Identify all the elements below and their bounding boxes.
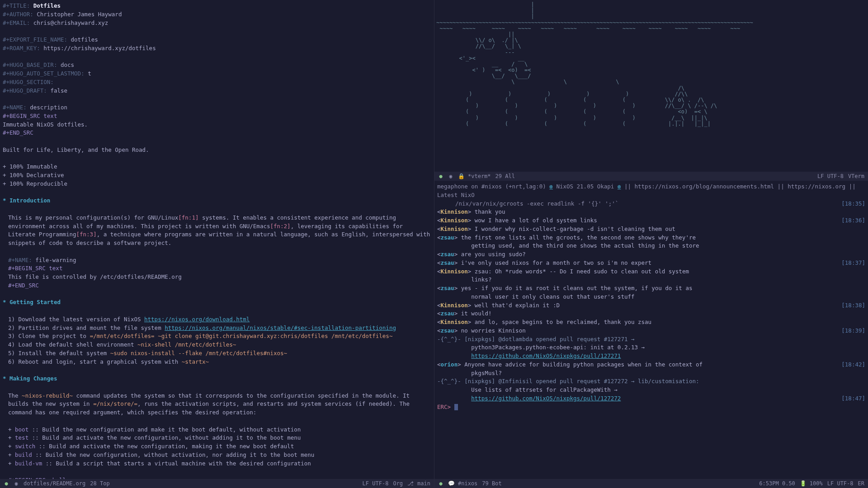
erc-line: getting used, and the third one shows th… [437, 242, 865, 250]
bullet: + 100% Declarative [3, 171, 431, 180]
vterm-buffer[interactable]: | | | ~~~~~~~~~~~~~~~~~~~~~~~~~~~~~~~~~~… [434, 0, 868, 181]
heading-introduction[interactable]: * Introduction [3, 197, 431, 205]
erc-prompt[interactable]: ERC> [437, 403, 865, 412]
erc-line: <Kinnison> zsau: Oh *rude words* -- Do I… [437, 267, 865, 276]
erc-line: https://github.com/NixOS/nixpkgs/pull/12… [437, 352, 865, 361]
branch-icon: ⎇ [407, 479, 413, 488]
end-src: #+END_SRC [3, 129, 431, 137]
dot-icon: ● [438, 479, 443, 488]
modeline-pos: 29 All [495, 172, 515, 180]
modeline-enc: LF UTF-8 [363, 479, 389, 488]
modeline-name: *vterm* [468, 172, 491, 180]
modeline-pos: 79 Bot [482, 479, 501, 488]
modeline-erc[interactable]: ● 💬 #nixos 79 Bot 6:53PM 0.50 🔋 100% LF … [434, 479, 868, 488]
modeline-enc: LF UTF-8 [827, 479, 854, 488]
begin-src-text: #+BEGIN_SRC text [3, 112, 431, 121]
erc-line: links? [437, 276, 865, 284]
org-title: Dotfiles [33, 2, 61, 9]
bullet: + 100% Reproducible [3, 180, 431, 188]
footnote-2[interactable]: [fn:2] [270, 223, 290, 230]
erc-line: normal user it only cleans out that user… [437, 293, 865, 301]
modeline-battery: 100% [810, 479, 823, 488]
erc-topic: megaphone on #nixos (+nrt,lag:0) ❆ NixOS… [437, 183, 865, 200]
erc-buffer[interactable]: megaphone on #nixos (+nrt,lag:0) ❆ NixOS… [434, 181, 868, 488]
heading-getting-started[interactable]: * Getting Started [3, 298, 431, 307]
vcs-icon: ◉ [14, 479, 19, 488]
modeline-channel: #nixos [458, 479, 477, 488]
modeline-clock: 6:53PM 0.50 [759, 479, 795, 488]
heading-making-changes[interactable]: * Making Changes [3, 375, 431, 383]
battery-icon: 🔋 [800, 479, 805, 488]
erc-line: [18:39]<zsau> no worries Kinnison [437, 327, 865, 335]
modeline-pos: 28 Top [90, 479, 109, 488]
erc-line: <zsau> the first one lists all the gcroo… [437, 234, 865, 242]
erc-line: [18:42]<orion> Anyone have advice for bu… [437, 361, 865, 369]
erc-line: Use lists of attrsets for callPackageWit… [437, 386, 865, 394]
chat-icon: 💬 [448, 479, 453, 488]
erc-line: <zsau> yes - if you do it as root it cle… [437, 284, 865, 293]
modeline-mode: Org [393, 479, 403, 488]
modeline-vterm[interactable]: ● ◉ 🔒 *vterm* 29 All LF UTF-8 VTerm [434, 172, 868, 181]
footnote-1[interactable]: [fn:1] [178, 214, 198, 221]
org-kw-author: #+AUTHOR: [3, 11, 33, 18]
modeline-mode: ER [858, 479, 864, 488]
org-kw-email: #+EMAIL: [3, 19, 30, 26]
erc-line: pkgsMusl? [437, 369, 865, 378]
getting-started-list: 1) Download the latest version of NixOS … [3, 315, 431, 366]
org-buffer[interactable]: #+TITLE: Dotfiles #+AUTHOR: Christopher … [0, 0, 434, 488]
org-author: Christopher James Hayward [37, 11, 122, 18]
modeline-org[interactable]: ● ◉ dotfiles/README.org 28 Top LF UTF-8 … [0, 479, 434, 488]
erc-line: <zsau> are you using sudo? [437, 250, 865, 259]
footnote-3[interactable]: [fn:3] [76, 231, 97, 238]
modeline-file: dotfiles/README.org [24, 479, 85, 488]
erc-line: -{^_^}- [nixpkgs] @dotlambda opened pull… [437, 335, 865, 344]
erc-line: -{^_^}- [nixpkgs] @Infinisil opened pull… [437, 377, 865, 386]
link-nixos-download[interactable]: https://nixos.org/download.html [144, 316, 250, 323]
desc-body: Immutable NixOS dotfiles. [3, 121, 431, 129]
erc-line: [18:36]<Kinnison> wow I have a lot of ol… [437, 216, 865, 225]
modeline-mode: VTerm [848, 172, 864, 180]
erc-line: <Kinnison> and lo, space begins to be re… [437, 318, 865, 327]
erc-line: <zsau> it would! [437, 310, 865, 318]
erc-line: <Kinnison> I wonder why nix-collect-garb… [437, 225, 865, 234]
erc-line: <Kinnison> thank you [437, 208, 865, 216]
modeline-branch: main [417, 479, 430, 488]
bullet: + 100% Immutable [3, 163, 431, 171]
link-nixos-partition[interactable]: https://nixos.org/manual/nixos/stable/#s… [165, 324, 396, 331]
erc-line: [18:47] https://github.com/NixOS/nixpkgs… [437, 394, 865, 403]
circle-icon: ◉ [448, 172, 453, 180]
dot-icon: ● [438, 172, 443, 180]
erc-link[interactable]: https://github.com/NixOS/nixpkgs/pull/12… [471, 352, 621, 359]
org-email: chris@chrishayward.xyz [33, 19, 108, 26]
dot-icon: ● [4, 479, 9, 488]
erc-line: python3Packages.python-ecobee-api: init … [437, 343, 865, 352]
erc-line: [18:38]<Kinnison> well that'd explain it… [437, 301, 865, 310]
org-kw-title: #+TITLE: [3, 2, 30, 9]
modeline-enc: LF UTF-8 [817, 172, 844, 180]
cursor [454, 404, 458, 410]
erc-line: [18:37]<zsau> i've only used nixos for a… [437, 259, 865, 267]
ascii-art: | | | ~~~~~~~~~~~~~~~~~~~~~~~~~~~~~~~~~~… [436, 2, 866, 127]
erc-link[interactable]: https://github.com/NixOS/nixpkgs/pull/12… [471, 395, 621, 402]
tagline: Built for Life, Liberty, and the Open Ro… [3, 146, 431, 155]
lock-icon: 🔒 [458, 172, 463, 180]
